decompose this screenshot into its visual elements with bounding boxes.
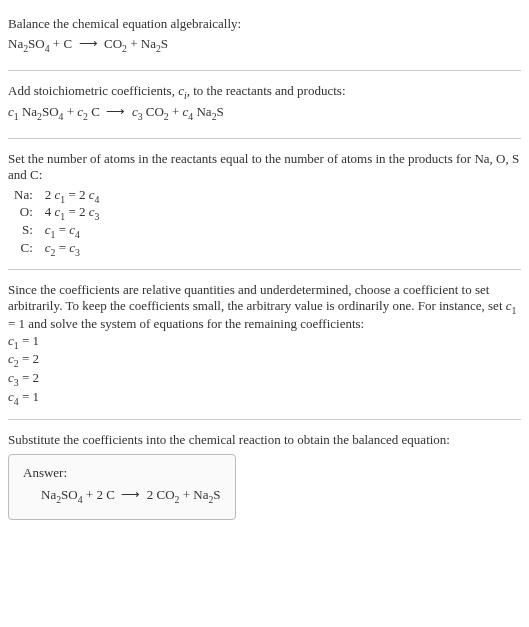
atom-row: S:c1 = c4: [8, 222, 105, 240]
element-equation: c2 = c3: [39, 240, 106, 258]
atoms-text: Set the number of atoms in the reactants…: [8, 151, 521, 183]
solve-text: Since the coefficients are relative quan…: [8, 282, 521, 332]
element-label: S:: [8, 222, 39, 240]
element-label: Na:: [8, 187, 39, 205]
coefficient-list: c1 = 1c2 = 2c3 = 2c4 = 1: [8, 333, 521, 406]
atom-equations-table: Na:2 c1 = 2 c4O:4 c1 = 2 c3S:c1 = c4C:c2…: [8, 187, 105, 257]
divider: [8, 70, 521, 71]
answer-label: Answer:: [23, 465, 221, 481]
divider: [8, 419, 521, 420]
element-label: O:: [8, 204, 39, 222]
substitute-text: Substitute the coefficients into the che…: [8, 432, 521, 448]
atom-row: O:4 c1 = 2 c3: [8, 204, 105, 222]
stoich-equation: c1 Na2SO4 + c2 C ⟶ c3 CO2 + c4 Na2S: [8, 104, 521, 122]
section-solve: Since the coefficients are relative quan…: [8, 274, 521, 415]
section-problem: Balance the chemical equation algebraica…: [8, 8, 521, 66]
balanced-equation: Na2SO4 + 2 C ⟶ 2 CO2 + Na2S: [23, 487, 221, 505]
coefficient-value: c3 = 2: [8, 370, 521, 388]
section-atoms: Set the number of atoms in the reactants…: [8, 143, 521, 265]
element-equation: c1 = c4: [39, 222, 106, 240]
section-stoichiometric: Add stoichiometric coefficients, ci, to …: [8, 75, 521, 134]
element-label: C:: [8, 240, 39, 258]
stoich-text: Add stoichiometric coefficients, ci, to …: [8, 83, 521, 101]
coefficient-value: c4 = 1: [8, 389, 521, 407]
answer-box: Answer: Na2SO4 + 2 C ⟶ 2 CO2 + Na2S: [8, 454, 236, 520]
coefficient-value: c1 = 1: [8, 333, 521, 351]
element-equation: 2 c1 = 2 c4: [39, 187, 106, 205]
divider: [8, 138, 521, 139]
section-substitute: Substitute the coefficients into the che…: [8, 424, 521, 528]
divider: [8, 269, 521, 270]
atom-row: C:c2 = c3: [8, 240, 105, 258]
initial-equation: Na2SO4 + C ⟶ CO2 + Na2S: [8, 36, 521, 54]
coefficient-value: c2 = 2: [8, 351, 521, 369]
atom-row: Na:2 c1 = 2 c4: [8, 187, 105, 205]
problem-title: Balance the chemical equation algebraica…: [8, 16, 521, 32]
element-equation: 4 c1 = 2 c3: [39, 204, 106, 222]
